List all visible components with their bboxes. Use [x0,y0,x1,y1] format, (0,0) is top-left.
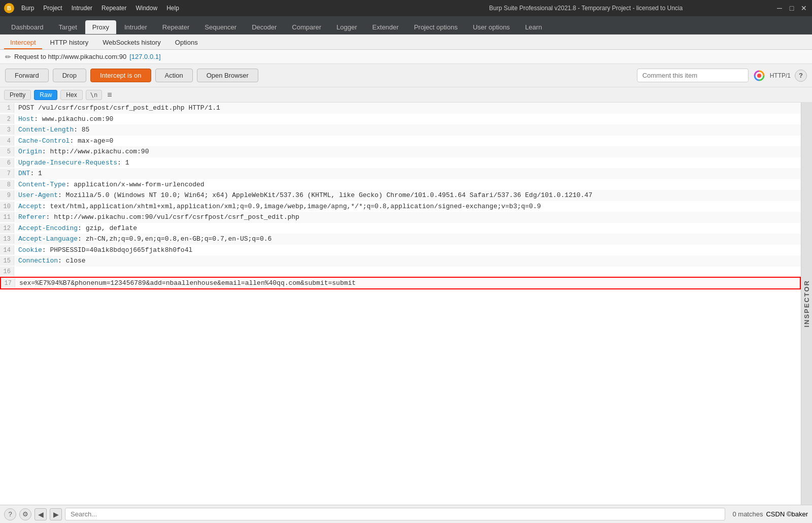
newline-button[interactable]: \n [86,90,102,100]
subtab-websockets-history[interactable]: WebSockets history [96,37,167,49]
line-content: Host: www.pikachu.com:90 [14,114,801,125]
request-ip[interactable]: [127.0.0.1] [129,53,160,60]
code-line-7: 7DNT: 1 [0,168,801,179]
line-number: 2 [0,114,14,124]
forward-nav-button[interactable]: ▶ [50,508,62,520]
tab-dashboard[interactable]: Dashboard [4,20,51,34]
line-number: 17 [1,278,15,288]
line-number: 3 [0,125,14,135]
minimize-button[interactable]: ─ [775,4,784,12]
code-line-3: 3Content-Length: 85 [0,124,801,136]
line-content: Accept-Language: zh-CN,zh;q=0.9,en;q=0.8… [14,234,801,245]
close-button[interactable]: ✕ [800,4,808,12]
svg-point-0 [757,74,761,78]
code-line-4: 4Cache-Control: max-age=0 [0,136,801,147]
tab-target[interactable]: Target [52,20,84,34]
back-button[interactable]: ◀ [35,508,47,520]
title-bar: B Burp Project Intruder Repeater Window … [0,0,812,16]
pretty-button[interactable]: Pretty [4,90,31,100]
line-content: Content-Type: application/x-www-form-url… [14,179,801,190]
subtab-http-history[interactable]: HTTP history [44,37,95,49]
line-number: 12 [0,223,14,233]
tab-learn[interactable]: Learn [518,20,549,34]
rainbow-icon [753,69,766,82]
line-content: User-Agent: Mozilla/5.0 (Windows NT 10.0… [14,190,801,201]
tab-intruder[interactable]: Intruder [117,20,154,34]
intercept-toggle-button[interactable]: Intercept is on [90,69,151,82]
code-line-11: 11Referer: http://www.pikachu.com:90/vul… [0,212,801,223]
code-editor[interactable]: 1POST /vul/csrf/csrfpost/csrf_post_edit.… [0,103,801,505]
line-content: Content-Length: 85 [14,124,801,136]
line-number: 13 [0,234,14,244]
comment-input[interactable] [637,69,749,82]
line-number: 16 [0,267,14,276]
editor-menu-icon[interactable]: ≡ [105,90,114,100]
pencil-icon: ✏ [5,53,11,61]
app-title: Burp Suite Professional v2021.8 - Tempor… [396,5,775,12]
inspector-label: INSPECTOR [803,280,810,328]
help-button[interactable]: ? [795,70,807,82]
status-help-button[interactable]: ? [4,508,16,520]
tab-user-options[interactable]: User options [466,20,517,34]
maximize-button[interactable]: □ [788,4,796,12]
menu-burp[interactable]: Burp [17,4,38,13]
code-line-8: 8Content-Type: application/x-www-form-ur… [0,179,801,190]
code-line-12: 12Accept-Encoding: gzip, deflate [0,223,801,234]
code-editor-wrapper: 1POST /vul/csrf/csrfpost/csrf_post_edit.… [0,103,812,505]
menu-repeater[interactable]: Repeater [97,4,130,13]
code-line-16: 16 [0,267,801,277]
tab-repeater[interactable]: Repeater [155,20,196,34]
line-content: Origin: http://www.pikachu.com:90 [14,146,801,157]
inspector-panel[interactable]: INSPECTOR [801,103,812,505]
menu-intruder[interactable]: Intruder [67,4,96,13]
action-button[interactable]: Action [155,69,193,82]
tab-comparer[interactable]: Comparer [285,20,328,34]
code-line-10: 10Accept: text/html,application/xhtml+xm… [0,201,801,212]
tab-proxy[interactable]: Proxy [85,20,116,34]
line-content: sex=%E7%94%B7&phonenum=123456789&add=nba… [15,278,800,289]
line-number: 6 [0,158,14,168]
raw-button[interactable]: Raw [34,90,57,100]
tab-logger[interactable]: Logger [329,20,364,34]
drop-button[interactable]: Drop [53,69,86,82]
open-browser-button[interactable]: Open Browser [197,69,258,82]
menu-window[interactable]: Window [131,4,161,13]
forward-button[interactable]: Forward [5,69,49,82]
tab-project-options[interactable]: Project options [407,20,465,34]
tab-extender[interactable]: Extender [365,20,406,34]
line-content: Connection: close [14,255,801,267]
burp-logo: B [4,3,14,13]
line-number: 5 [0,147,14,156]
menu-help[interactable]: Help [162,4,183,13]
hex-button[interactable]: Hex [60,90,82,100]
code-line-15: 15Connection: close [0,255,801,267]
menu-project[interactable]: Project [39,4,66,13]
line-content: Accept: text/html,application/xhtml+xml,… [14,201,801,212]
line-number: 11 [0,212,14,222]
line-content: POST /vul/csrf/csrfpost/csrf_post_edit.p… [14,103,801,114]
line-number: 8 [0,180,14,189]
code-line-13: 13Accept-Language: zh-CN,zh;q=0.9,en;q=0… [0,234,801,245]
line-number: 1 [0,103,14,113]
line-number: 10 [0,202,14,211]
line-content: Cookie: PHPSESSID=40a1k8bdqoj665fjatk8h0… [14,245,801,256]
line-number: 4 [0,136,14,146]
code-line-5: 5Origin: http://www.pikachu.com:90 [0,146,801,157]
editor-toolbar: Pretty Raw Hex \n ≡ [0,87,812,103]
line-content: Upgrade-Insecure-Requests: 1 [14,157,801,169]
tab-sequencer[interactable]: Sequencer [197,20,244,34]
subtab-intercept[interactable]: Intercept [4,37,42,49]
line-content: Cache-Control: max-age=0 [14,136,801,147]
main-nav-tabs: Dashboard Target Proxy Intruder Repeater… [0,16,812,35]
menu-bar: Burp Project Intruder Repeater Window He… [17,4,396,13]
subtab-options[interactable]: Options [169,37,204,49]
tab-decoder[interactable]: Decoder [245,20,284,34]
search-input[interactable] [65,508,725,520]
code-line-2: 2Host: www.pikachu.com:90 [0,114,801,125]
line-number: 7 [0,169,14,178]
proxy-sub-tabs: Intercept HTTP history WebSockets histor… [0,35,812,50]
code-line-14: 14Cookie: PHPSESSID=40a1k8bdqoj665fjatk8… [0,245,801,256]
window-controls: ─ □ ✕ [775,4,808,12]
code-line-9: 9User-Agent: Mozilla/5.0 (Windows NT 10.… [0,190,801,201]
settings-icon[interactable]: ⚙ [19,508,31,520]
